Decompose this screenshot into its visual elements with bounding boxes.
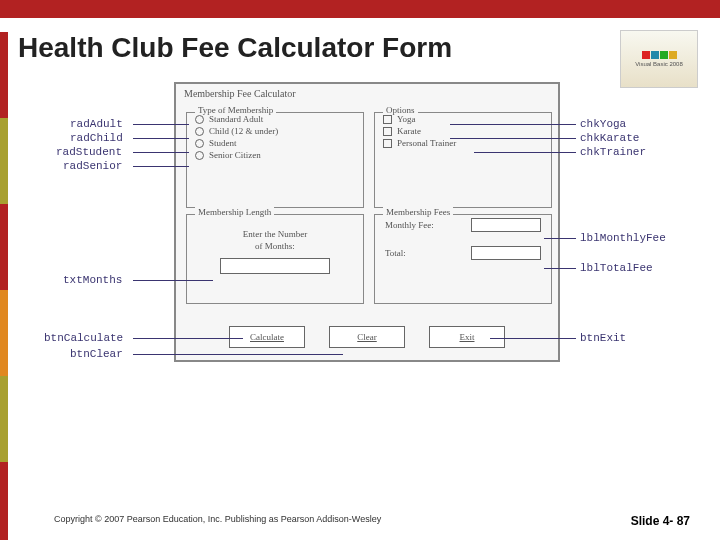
side-color-bars	[0, 32, 8, 540]
clear-button[interactable]: Clear	[329, 326, 405, 348]
callout-line	[133, 338, 243, 339]
group-label: Membership Length	[195, 207, 274, 217]
group-label: Membership Fees	[383, 207, 453, 217]
radio-student[interactable]: Student	[187, 137, 363, 149]
callout-radadult: radAdult	[70, 118, 123, 130]
group-label: Options	[383, 105, 418, 115]
callout-btnclear: btnClear	[70, 348, 123, 360]
total-fee-output	[471, 246, 541, 260]
slide-number: Slide 4- 87	[631, 514, 690, 528]
callout-line	[133, 166, 189, 167]
callout-radstudent: radStudent	[56, 146, 122, 158]
radio-icon	[195, 127, 204, 136]
callout-radsenior: radSenior	[63, 160, 122, 172]
callout-chktrainer: chkTrainer	[580, 146, 646, 158]
total-fee-label: Total:	[385, 248, 406, 258]
callout-line	[544, 268, 576, 269]
callout-line	[133, 354, 343, 355]
callout-line	[450, 124, 576, 125]
slide-title: Health Club Fee Calculator Form	[18, 32, 720, 64]
callout-line	[133, 124, 189, 125]
callout-lblmonthlyfee: lblMonthlyFee	[580, 232, 666, 244]
months-prompt: Enter the Numberof Months:	[187, 229, 363, 252]
callout-line	[133, 280, 213, 281]
callout-txtmonths: txtMonths	[63, 274, 122, 286]
footer: Copyright © 2007 Pearson Education, Inc.…	[0, 514, 720, 528]
group-label: Type of Membership	[195, 105, 276, 115]
button-row: Calculate Clear Exit	[176, 326, 558, 348]
checkbox-icon	[383, 115, 392, 124]
callout-line	[490, 338, 576, 339]
callout-radchild: radChild	[70, 132, 123, 144]
monthly-fee-output	[471, 218, 541, 232]
exit-button[interactable]: Exit	[429, 326, 505, 348]
window-title: Membership Fee Calculator	[184, 88, 296, 99]
radio-icon	[195, 115, 204, 124]
checkbox-icon	[383, 127, 392, 136]
group-membership-length: Membership Length Enter the Numberof Mon…	[186, 214, 364, 304]
callout-btncalculate: btnCalculate	[44, 332, 123, 344]
group-options: Options Yoga Karate Personal Trainer	[374, 112, 552, 208]
radio-senior[interactable]: Senior Citizen	[187, 149, 363, 161]
callout-line	[450, 138, 576, 139]
radio-child[interactable]: Child (12 & under)	[187, 125, 363, 137]
callout-line	[474, 152, 576, 153]
group-membership-fees: Membership Fees Monthly Fee: Total:	[374, 214, 552, 304]
checkbox-karate[interactable]: Karate	[375, 125, 551, 137]
callout-btnexit: btnExit	[580, 332, 626, 344]
callout-line	[544, 238, 576, 239]
book-logo: Visual Basic 2008	[620, 30, 698, 88]
months-input[interactable]	[220, 258, 330, 274]
group-type-of-membership: Type of Membership Standard Adult Child …	[186, 112, 364, 208]
copyright-text: Copyright © 2007 Pearson Education, Inc.…	[54, 514, 381, 528]
calculate-button[interactable]: Calculate	[229, 326, 305, 348]
callout-chkyoga: chkYoga	[580, 118, 626, 130]
callout-line	[133, 152, 189, 153]
checkbox-icon	[383, 139, 392, 148]
callout-chkkarate: chkKarate	[580, 132, 639, 144]
monthly-fee-label: Monthly Fee:	[385, 220, 434, 230]
callout-lbltotalfee: lblTotalFee	[580, 262, 653, 274]
top-red-band	[0, 0, 720, 18]
callout-line	[133, 138, 189, 139]
radio-icon	[195, 139, 204, 148]
radio-icon	[195, 151, 204, 160]
